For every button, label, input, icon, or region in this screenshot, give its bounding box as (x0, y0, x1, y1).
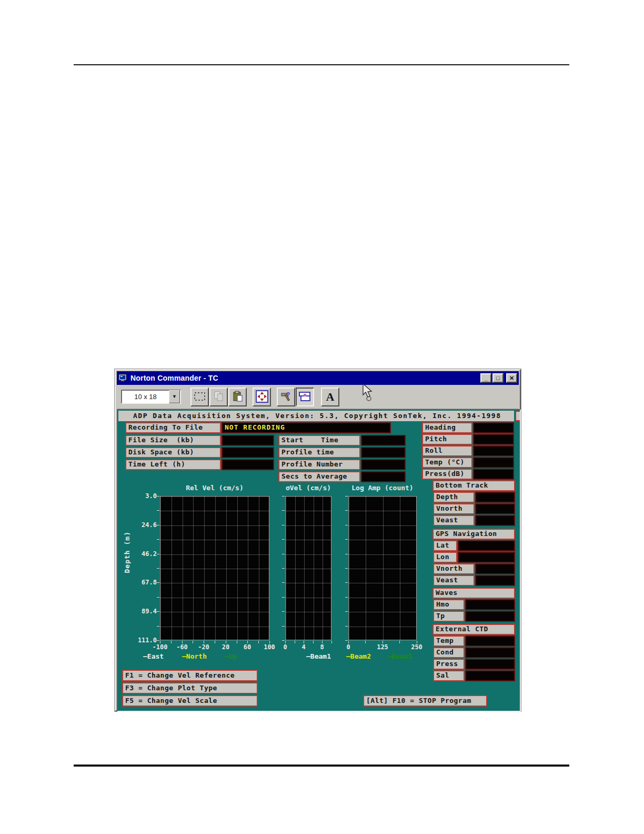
press-label: Press(dB) (422, 469, 472, 480)
font-size-value: 10 x 18 (122, 393, 169, 401)
x-tick: -20 (198, 643, 209, 651)
secs-to-average-value (361, 471, 406, 482)
log-amp-plot (348, 496, 417, 640)
pitch-value (473, 434, 514, 445)
ctd-press-value (465, 659, 515, 670)
ctd-cond-value (465, 647, 515, 658)
fullscreen-button[interactable] (253, 388, 271, 406)
y-tick: 89.4 (134, 608, 157, 615)
f5-change-vel-scale-button[interactable]: F5 = Change Vel Scale (122, 695, 258, 707)
x-tick: -60 (176, 643, 188, 651)
window-title: Norton Commander - TC (130, 374, 218, 382)
y-tick: 24.6 (134, 521, 157, 529)
legend-up: —Up (225, 652, 237, 660)
depth-axis-label: Depth (m) (123, 531, 131, 573)
x-tick: 8 (320, 643, 324, 651)
gps-veast-value (475, 575, 515, 586)
chevron-down-icon[interactable]: ▼ (169, 390, 180, 403)
plot3-title: Log Amp (count) (344, 484, 421, 492)
waves-header: Waves (432, 588, 515, 599)
app-window: Norton Commander - TC _ □ ✕ 10 x 18 ▼ ? (115, 369, 521, 711)
heading-value (473, 422, 514, 433)
y-tickmarks (345, 496, 348, 641)
banner-cursor-box (515, 411, 521, 421)
legend-north: —North (182, 652, 207, 660)
background-window-icon (298, 391, 312, 404)
y-tickmarks (282, 496, 285, 641)
dos-screen: ADP Data Acquisition System, Version: 5.… (117, 409, 521, 712)
recording-to-file-label: Recording To File (125, 422, 221, 433)
y-tick: 67.8 (134, 579, 157, 586)
f1-change-vel-reference-button[interactable]: F1 = Change Vel Reference (122, 670, 258, 681)
roll-label: Roll (422, 445, 472, 456)
gps-lon-label: Lon (433, 552, 457, 563)
bt-vnorth-value (475, 503, 515, 514)
ctd-header: External CTD (432, 624, 515, 635)
close-button[interactable]: ✕ (506, 373, 517, 383)
plot2-title: σVel (cm/s) (280, 484, 337, 492)
font-size-select[interactable]: 10 x 18 ▼ (121, 390, 181, 404)
ctd-cond-label: Cond (433, 647, 465, 658)
start-time-label: Start Time (278, 435, 360, 446)
x-tick: 4 (301, 643, 305, 651)
app-icon (118, 374, 127, 382)
x-tick: 20 (222, 643, 229, 651)
ctd-sal-label: Sal (433, 670, 465, 681)
bt-veast-label: Veast (433, 515, 475, 526)
page-rule-bottom (74, 764, 569, 767)
f3-change-plot-type-button[interactable]: F3 = Change Plot Type (122, 682, 258, 694)
y-tick: 3.0 (134, 492, 157, 500)
waves-hmo-label: Hmo (433, 599, 465, 610)
rel-vel-plot (160, 496, 269, 640)
font-button[interactable]: A (321, 388, 339, 406)
bottom-track-header: Bottom Track (432, 480, 515, 491)
sigma-vel-plot (285, 496, 331, 640)
toolbar: 10 x 18 ▼ ? A (117, 385, 519, 409)
ctd-press-label: Press (433, 659, 465, 670)
x-tick: 125 (377, 643, 388, 651)
paste-button[interactable] (228, 388, 247, 406)
titlebar: Norton Commander - TC _ □ ✕ (117, 371, 519, 385)
mark-button[interactable] (190, 388, 209, 406)
press-value (473, 469, 514, 480)
x-tick: 250 (411, 643, 422, 651)
maximize-button[interactable]: □ (492, 373, 504, 383)
legend-east: —East (143, 652, 164, 660)
alt-f10-stop-program-button[interactable]: [Alt] F10 = STOP Program (363, 695, 487, 707)
copy-button[interactable] (209, 388, 228, 406)
secs-to-average-label: Secs to Average (278, 471, 360, 482)
hammer-properties-icon: ? (280, 391, 293, 404)
y-tickmarks (157, 496, 159, 641)
x-tick: 60 (244, 643, 251, 651)
gps-header: GPS Navigation (432, 529, 515, 540)
gps-lon-value (458, 552, 515, 563)
properties-button[interactable]: ? (277, 388, 295, 406)
minimize-button[interactable]: _ (480, 373, 491, 383)
temp-value (473, 457, 514, 468)
pitch-label: Pitch (422, 434, 472, 445)
file-size-label: File Size (kb) (125, 435, 221, 446)
bt-veast-value (475, 515, 515, 526)
gps-lat-label: Lat (433, 540, 457, 551)
time-left-label: Time Left (h) (125, 459, 221, 470)
gps-vnorth-value (475, 563, 515, 574)
mouse-cursor (361, 383, 377, 404)
bt-depth-value (475, 492, 515, 503)
app-banner: ADP Data Acquisition System, Version: 5.… (118, 411, 514, 421)
y-tick: 46.2 (134, 550, 157, 558)
profile-time-label: Profile time (278, 447, 360, 458)
roll-value (473, 445, 514, 456)
background-button[interactable] (296, 388, 314, 406)
page-rule-top (74, 64, 569, 65)
gps-vnorth-label: Vnorth (433, 563, 475, 574)
legend-beam3: —Beam3 (387, 652, 412, 660)
profile-number-value (361, 459, 406, 470)
ctd-sal-value (465, 670, 515, 681)
gps-veast-label: Veast (433, 575, 475, 586)
gps-lat-value (458, 540, 515, 551)
waves-tp-value (465, 611, 515, 622)
x-tick: 0 (346, 643, 350, 651)
file-size-value (222, 435, 274, 446)
bt-depth-label: Depth (433, 492, 475, 503)
start-time-value (361, 435, 406, 446)
